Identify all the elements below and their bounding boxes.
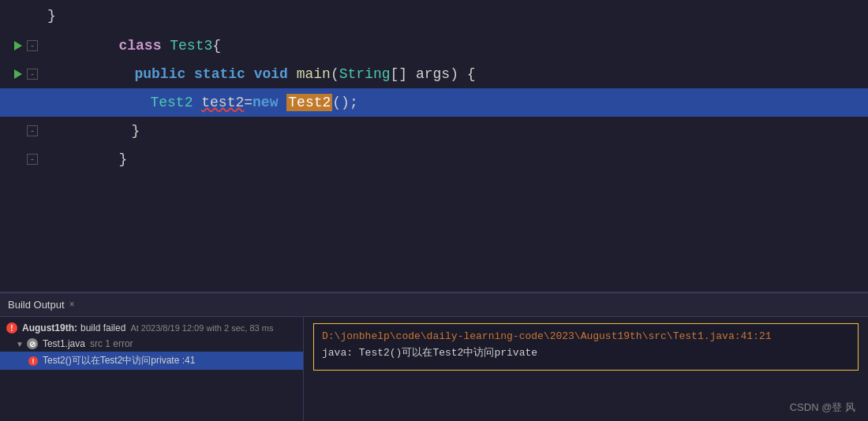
build-status-line: ! August19th: build failed At 2023/8/19 … xyxy=(0,320,303,336)
fold-button-2[interactable]: - xyxy=(27,69,38,80)
file-tree-item: ▼ ⊘ Test1.java src 1 error xyxy=(0,336,303,352)
run-triangle-icon xyxy=(14,41,22,50)
build-status-text: build failed xyxy=(80,322,125,333)
output-path: D:\jonbhelp\code\daily-learning-code\202… xyxy=(322,329,850,345)
build-timestamp: At 2023/8/19 12:09 with 2 sec, 83 ms xyxy=(130,323,273,333)
run-button-2[interactable] xyxy=(13,69,24,80)
build-status-tree: ! August19th: build failed At 2023/8/19 … xyxy=(0,317,304,421)
panel-content: ! August19th: build failed At 2023/8/19 … xyxy=(0,317,868,421)
gutter-5: - xyxy=(0,154,47,165)
watermark: CSDN @登 风 xyxy=(790,401,855,415)
panel-header: Build Output × xyxy=(0,293,868,317)
fold-button-4[interactable]: - xyxy=(27,125,38,136)
error-item[interactable]: ! Test2()可以在Test2中访问private :41 xyxy=(0,352,303,370)
close-panel-button[interactable]: × xyxy=(69,300,75,311)
gutter-3 xyxy=(0,97,47,108)
error-item-icon: ! xyxy=(28,356,38,366)
file-error-icon: ⊘ xyxy=(27,338,38,349)
gutter-2: - xyxy=(0,69,47,80)
line-content-5: } xyxy=(47,117,868,202)
gutter-1: - xyxy=(0,40,47,51)
build-output-panel: Build Output × ! August19th: build faile… xyxy=(0,293,868,421)
gutter-4: - xyxy=(0,125,47,136)
project-name: August19th: xyxy=(22,322,77,333)
run-button-1[interactable] xyxy=(13,40,24,51)
code-line-5: - } xyxy=(0,145,868,173)
error-icon: ! xyxy=(6,322,17,333)
run-triangle-icon-2 xyxy=(14,69,22,79)
panel-title: Build Output xyxy=(8,299,65,311)
output-error: java: Test2()可以在Test2中访问private xyxy=(322,345,850,362)
output-box: D:\jonbhelp\code\daily-learning-code\202… xyxy=(313,323,859,371)
fold-button-1[interactable]: - xyxy=(27,40,38,51)
chevron-icon: ▼ xyxy=(16,340,24,348)
code-editor: - class Test3{ - public static void main… xyxy=(0,24,868,181)
error-count: src 1 error xyxy=(90,338,133,349)
panel-right: D:\jonbhelp\code\daily-learning-code\202… xyxy=(304,317,868,421)
fold-button-5[interactable]: - xyxy=(27,154,38,165)
error-item-text: Test2()可以在Test2中访问private :41 xyxy=(43,354,195,367)
file-name: Test1.java xyxy=(43,338,85,349)
